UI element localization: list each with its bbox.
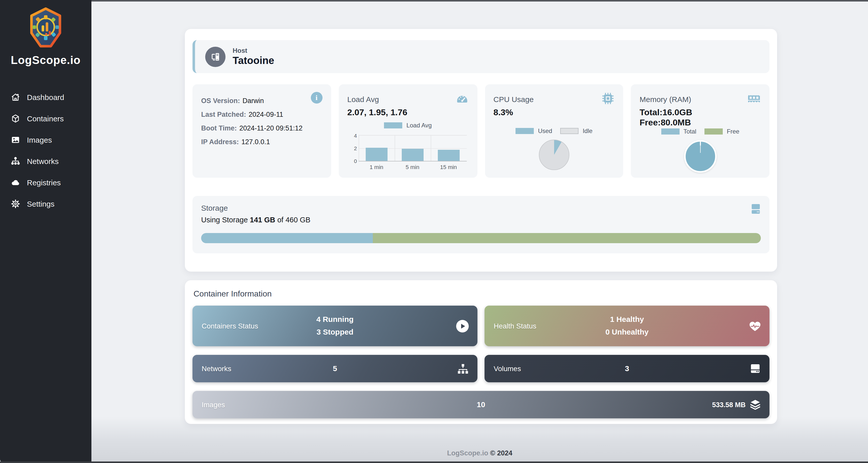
sidebar-item-containers[interactable]: Containers — [11, 113, 91, 124]
sidebar-item-label: Registries — [27, 178, 61, 187]
cpu-usage-card: CPU Usage 8.3% — [485, 84, 623, 178]
memory-pie-chart — [684, 140, 716, 173]
memory-icon — [747, 92, 761, 105]
hard-drive-icon — [750, 203, 762, 216]
home-icon — [11, 92, 20, 102]
memory-free-legend-label: Free — [727, 128, 739, 135]
boot-time-label: Boot Time: — [201, 124, 237, 132]
heart-pulse-icon — [749, 320, 761, 332]
sidebar-item-dashboard[interactable]: Dashboard — [11, 91, 91, 103]
sidebar-item-networks[interactable]: Networks — [11, 155, 91, 167]
logscope-app: LogScope.io Dashboard Containers — [0, 0, 868, 463]
boot-time-row: Boot Time:2024-11-20 09:51:12 — [201, 124, 303, 132]
last-patched-value: 2024-09-11 — [249, 111, 283, 118]
memory-title: Memory (RAM) — [640, 95, 747, 104]
boot-time-value: 2024-11-20 09:51:12 — [240, 124, 303, 132]
stopped-count: 3 Stopped — [192, 326, 477, 339]
containers-status-tile[interactable]: Containers Status 4 Running 3 Stopped — [192, 306, 477, 346]
load-category-label: 5 min — [394, 164, 430, 170]
hard-drive-white-icon — [749, 362, 761, 375]
host-avatar — [205, 46, 225, 67]
sidebar-nav: Dashboard Containers Images — [0, 91, 91, 209]
storage-total: 460 GB — [285, 216, 310, 224]
network-icon — [457, 362, 469, 375]
host-card: Host Tatooine — [192, 40, 770, 73]
storage-usage-text: Using Storage 141 GB of 460 GB — [201, 216, 761, 224]
storage-card: Storage Using Storage 141 GB of 460 GB — [192, 196, 770, 253]
gauge-icon — [455, 92, 468, 105]
container-tiles: Containers Status 4 Running 3 Stopped He… — [192, 306, 770, 418]
storage-progress-bar — [201, 233, 761, 243]
storage-of: of — [277, 216, 283, 224]
host-overview-card: Host Tatooine OS Version:Darwin Last Pat… — [185, 29, 777, 272]
sidebar-item-images[interactable]: Images — [11, 134, 91, 145]
sidebar-item-label: Networks — [27, 157, 59, 165]
health-status-tile[interactable]: Health Status 1 Healthy 0 Unhealthy — [485, 306, 770, 346]
networks-count: 5 — [192, 362, 477, 375]
healthy-count: 1 Healthy — [485, 313, 770, 326]
layers-icon — [749, 399, 761, 411]
memory-total-swatch — [661, 128, 679, 135]
load-bar — [366, 148, 388, 161]
volumes-count: 3 — [485, 362, 770, 375]
info-icon[interactable]: i — [311, 92, 322, 104]
sidebar-item-label: Images — [27, 135, 52, 144]
cpu-idle-label: Idle — [583, 127, 592, 135]
cube-icon — [11, 113, 20, 123]
images-tile[interactable]: Images 10 533.58 MB — [192, 391, 770, 418]
images-size: 533.58 MB — [712, 401, 746, 408]
os-version-value: Darwin — [243, 97, 264, 105]
sitemap-icon — [11, 156, 20, 166]
health-status-values: 1 Healthy 0 Unhealthy — [485, 313, 770, 339]
last-patched-label: Last Patched: — [201, 111, 246, 118]
gear-icon — [11, 199, 20, 208]
memory-value: Total:16.0GB Free:80.0MB — [640, 108, 747, 128]
cpu-title: CPU Usage — [493, 95, 533, 104]
host-label: Host — [232, 47, 274, 54]
host-name: Tatooine — [232, 55, 274, 67]
volumes-tile[interactable]: Volumes 3 — [485, 355, 770, 382]
logscope-logo-icon — [26, 7, 65, 49]
load-bar-slot — [359, 136, 395, 161]
last-patched-row: Last Patched:2024-09-11 — [201, 111, 303, 118]
load-category-label: 15 min — [430, 164, 466, 170]
os-info-card: OS Version:Darwin Last Patched:2024-09-1… — [192, 84, 331, 178]
container-info-title: Container Information — [193, 289, 770, 299]
memory-card: Memory (RAM) Total:16.0GB Free:80.0MB — [631, 84, 770, 178]
microchip-icon — [601, 92, 615, 105]
brand-name: LogScope.io — [11, 54, 81, 67]
sidebar-item-label: Settings — [27, 199, 54, 208]
load-legend-label: Load Avg — [406, 122, 432, 129]
sidebar-item-settings[interactable]: Settings — [11, 198, 91, 209]
cpu-idle-swatch — [560, 128, 579, 134]
load-avg-value: 2.07, 1.95, 1.76 — [347, 108, 407, 118]
memory-total-legend-label: Total — [683, 128, 696, 135]
cpu-used-label: Used — [538, 127, 552, 135]
memory-total: Total:16.0GB — [640, 108, 692, 117]
running-count: 4 Running — [192, 313, 477, 326]
networks-tile[interactable]: Networks 5 — [192, 355, 477, 382]
load-bar — [402, 148, 424, 161]
load-avg-title: Load Avg — [347, 95, 407, 104]
memory-legend: Total Free — [640, 128, 761, 135]
load-avg-card: Load Avg 2.07, 1.95, 1.76 Load Avg — [339, 84, 477, 178]
load-ytick: 0 — [350, 158, 357, 164]
container-info-card: Container Information Containers Status … — [185, 280, 777, 424]
computer-icon — [210, 51, 221, 62]
sidebar-item-registries[interactable]: Registries — [11, 177, 91, 188]
footer: LogScope.io © 2024 — [91, 449, 868, 457]
load-ytick: 2 — [350, 145, 357, 151]
storage-prefix: Using Storage — [201, 216, 248, 224]
containers-status-values: 4 Running 3 Stopped — [192, 313, 477, 339]
load-chart-categories: 1 min5 min15 min — [359, 164, 467, 170]
os-rows: OS Version:Darwin Last Patched:2024-09-1… — [201, 97, 303, 146]
sidebar-item-label: Dashboard — [27, 93, 64, 101]
load-bar-slot — [430, 136, 466, 161]
storage-free-segment — [373, 233, 761, 243]
load-category-label: 1 min — [359, 164, 395, 170]
sidebar-item-label: Containers — [27, 114, 64, 123]
cpu-value: 8.3% — [493, 108, 533, 118]
load-legend-swatch — [384, 122, 402, 128]
memory-free: Free:80.0MB — [640, 118, 691, 127]
storage-title: Storage — [201, 204, 761, 212]
